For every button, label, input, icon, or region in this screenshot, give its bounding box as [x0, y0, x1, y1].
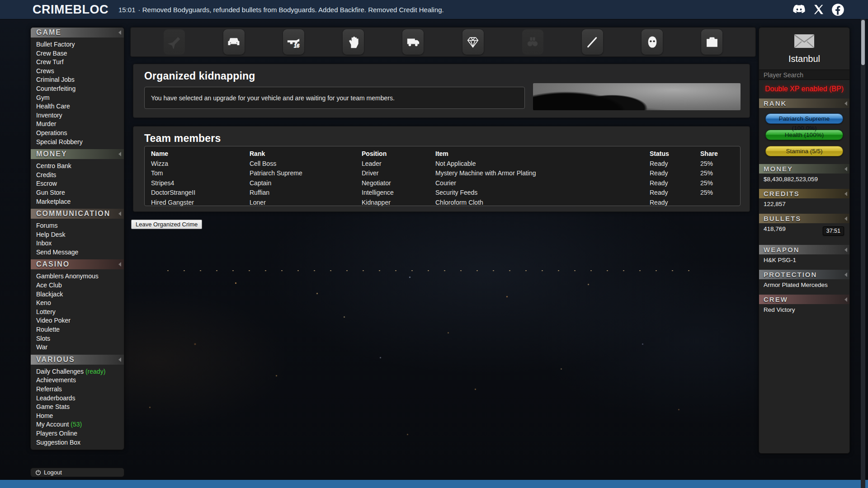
table-cell: Ready — [650, 198, 700, 208]
sidebar-section: COMMUNICATION ForumsHelp DeskInboxSend M… — [31, 209, 124, 259]
sidebar-item-daily-challenges[interactable]: Daily Challenges (ready) — [36, 367, 124, 376]
sidebar-item-gun-store[interactable]: Gun Store — [36, 188, 124, 197]
app-logo[interactable]: CRIMEBLOC — [33, 3, 108, 17]
sidebar-item-send-message[interactable]: Send Message — [36, 248, 124, 257]
x-icon[interactable] — [812, 3, 825, 16]
envelope-icon — [794, 34, 815, 48]
truck-icon — [406, 35, 420, 49]
logout-button[interactable]: Logout — [30, 468, 124, 477]
sidebar-item-crews[interactable]: Crews — [36, 67, 124, 76]
sidebar-item-achievements[interactable]: Achievements — [36, 376, 124, 385]
sidebar-item-roulette[interactable]: Roulette — [36, 325, 124, 334]
protection-value: Armor Plated Mercedes — [759, 279, 849, 295]
discord-icon[interactable] — [793, 3, 806, 16]
sidebar-item-home[interactable]: Home — [36, 412, 124, 421]
sidebar-section: CASINO Gamblers AnonymousAce ClubBlackja… — [31, 259, 124, 354]
sidebar-item-video-poker[interactable]: Video Poker — [36, 316, 124, 325]
table-cell: 25% — [700, 169, 734, 178]
sidebar-item-my-account[interactable]: My Account (53) — [36, 420, 124, 429]
sidebar-item-forums[interactable]: Forums — [36, 221, 124, 230]
sidebar-item-centro-bank[interactable]: Centro Bank — [36, 162, 124, 171]
table-cell: Stripes4 — [151, 178, 250, 188]
sidebar-item-crew-turf[interactable]: Crew Turf — [36, 58, 124, 67]
sidebar-item-counterfeiting[interactable]: Counterfeiting — [36, 84, 124, 94]
weapon-section-header[interactable]: WEAPON — [759, 245, 849, 254]
crime-panel-title: Organized kidnapping — [133, 64, 750, 82]
rank-section-header[interactable]: RANK — [759, 99, 849, 108]
leave-organized-crime-button[interactable]: Leave Organized Crime — [131, 220, 202, 229]
player-stats: MONEY$8,430,882,523,059CREDITS122,857BUL… — [759, 164, 849, 319]
table-cell: Courier — [435, 178, 650, 188]
truck-button[interactable] — [402, 29, 424, 55]
balaclava-button[interactable] — [642, 29, 663, 55]
sidebar-item-war[interactable]: War — [36, 343, 124, 352]
knife-button[interactable] — [582, 29, 603, 55]
svg-text:16: 16 — [294, 43, 300, 48]
left-sidebar: GAME Bullet FactoryCrew BaseCrew TurfCre… — [30, 27, 124, 450]
sidebar-item-inventory[interactable]: Inventory — [36, 111, 124, 120]
sidebar-item-special-robbery[interactable]: Special Robbery — [36, 138, 124, 147]
sidebar-section-header-communication[interactable]: COMMUNICATION — [31, 209, 124, 219]
rifle-button[interactable]: 16 — [283, 29, 304, 55]
sidebar-item-gamblers-anonymous[interactable]: Gamblers Anonymous — [36, 272, 124, 281]
table-row: Hired GangsterLonerKidnapperChloroform C… — [151, 198, 734, 208]
kidnapping-photo — [533, 83, 741, 110]
crew-value: Red Victory — [759, 304, 849, 319]
sidebar-item-players-online[interactable]: Players Online — [36, 429, 124, 438]
briefcase-button[interactable] — [701, 29, 722, 55]
sidebar-item-bullet-factory[interactable]: Bullet Factory — [36, 40, 124, 49]
scrollbar-thumb[interactable] — [861, 20, 865, 65]
sidebar-item-criminal-jobs[interactable]: Criminal Jobs — [36, 75, 124, 84]
double-xp-banner: Double XP enabled (BP) — [759, 80, 849, 99]
sidebar-item-blackjack[interactable]: Blackjack — [36, 290, 124, 299]
balaclava-icon — [646, 35, 659, 49]
sidebar-section-header-various[interactable]: VARIOUS — [31, 355, 124, 365]
player-search-input[interactable] — [759, 70, 850, 80]
crew-section-header[interactable]: CREW — [759, 295, 849, 304]
sidebar-section: GAME Bullet FactoryCrew BaseCrew TurfCre… — [31, 28, 124, 149]
rank-badge-yellow[interactable]: Stamina (5/5) — [765, 146, 843, 156]
car-button[interactable] — [223, 29, 245, 55]
sidebar-section: VARIOUS Daily Challenges (ready)Achievem… — [31, 355, 124, 450]
sidebar-section-header-money[interactable]: MONEY — [31, 149, 124, 159]
scrollbar-track[interactable] — [861, 19, 865, 488]
sidebar-section-header-casino[interactable]: CASINO — [31, 259, 124, 269]
sidebar-section-header-game[interactable]: GAME — [31, 28, 124, 38]
sidebar-item-help-desk[interactable]: Help Desk — [36, 230, 124, 239]
sidebar-item-game-stats[interactable]: Game Stats — [36, 403, 124, 412]
sidebar-item-keno[interactable]: Keno — [36, 299, 124, 308]
sidebar-item-inbox[interactable]: Inbox — [36, 239, 124, 248]
binoculars-icon — [526, 35, 539, 49]
sidebar-item-marketplace[interactable]: Marketplace — [36, 197, 124, 206]
protection-section-header[interactable]: PROTECTION — [759, 270, 849, 279]
rank-badge-green[interactable]: Health (100%) — [765, 130, 843, 140]
money-section-header[interactable]: MONEY — [759, 164, 849, 174]
stat-section-credits: CREDITS122,857 — [759, 189, 849, 214]
sidebar-item-murder[interactable]: Murder — [36, 120, 124, 129]
facebook-icon[interactable] — [831, 3, 844, 16]
credits-section-header[interactable]: CREDITS — [759, 189, 849, 198]
sidebar-item-referrals[interactable]: Referrals — [36, 385, 124, 394]
sidebar-item-ace-club[interactable]: Ace Club — [36, 281, 124, 290]
table-cell: Patriarch Supreme — [250, 169, 362, 178]
credits-value: 122,857 — [759, 198, 849, 214]
sidebar-item-operations[interactable]: Operations — [36, 129, 124, 138]
table-cell: Chloroform Cloth — [435, 198, 650, 208]
column-header: Share — [700, 149, 734, 159]
sidebar-item-gym[interactable]: Gym — [36, 94, 124, 103]
sidebar-item-health-care[interactable]: Health Care — [36, 102, 124, 111]
sidebar-item-suggestion-box[interactable]: Suggestion Box — [36, 438, 124, 447]
binoculars-button — [522, 29, 543, 55]
rank-badge-blue[interactable]: Patriarch Supreme (100.0%) — [765, 113, 843, 124]
sidebar-item-lottery[interactable]: Lottery — [36, 308, 124, 317]
gloves-button[interactable] — [343, 29, 364, 55]
sidebar-item-escrow[interactable]: Escrow — [36, 179, 124, 188]
sidebar-item-credits[interactable]: Credits — [36, 171, 124, 180]
bullets-section-header[interactable]: BULLETS — [759, 214, 849, 223]
sidebar-item-crew-base[interactable]: Crew Base — [36, 49, 124, 58]
diamond-button[interactable] — [462, 29, 484, 55]
sidebar-item-slots[interactable]: Slots — [36, 334, 124, 343]
mail-icon-wrap[interactable] — [759, 28, 849, 50]
sidebar-item-leaderboards[interactable]: Leaderboards — [36, 394, 124, 403]
table-cell: 25% — [700, 178, 734, 188]
